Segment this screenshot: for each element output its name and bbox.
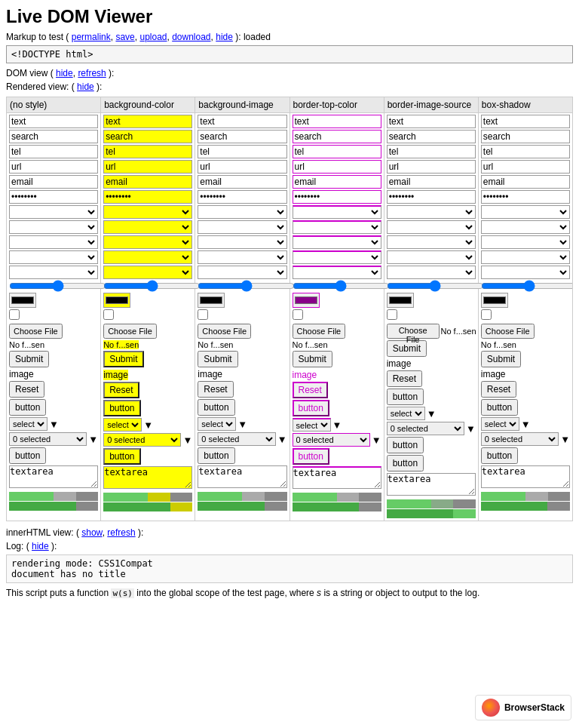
select4-col5[interactable]: [387, 250, 476, 264]
tel-input-col6[interactable]: [481, 145, 570, 158]
password-input-col2[interactable]: [103, 190, 192, 204]
textarea-col6[interactable]: textarea: [481, 465, 570, 488]
text-input-col6[interactable]: [481, 115, 570, 128]
range-input-col6[interactable]: [481, 281, 573, 291]
range-input-col5[interactable]: [387, 281, 484, 291]
textarea-col4[interactable]: textarea: [293, 466, 381, 489]
tel-input-col2[interactable]: [103, 145, 192, 158]
submit-col5[interactable]: Submit: [387, 340, 427, 357]
button-col6[interactable]: button: [481, 399, 518, 416]
choose-file-col4[interactable]: Choose File: [293, 324, 346, 339]
password-input-col6[interactable]: [481, 190, 570, 204]
select1-col4[interactable]: [293, 205, 381, 219]
checkbox-col6[interactable]: [481, 309, 492, 320]
search-input-col5[interactable]: [387, 130, 476, 143]
choose-file-col6[interactable]: Choose File: [481, 324, 535, 339]
multi-sel-col5[interactable]: 0 selected: [387, 422, 464, 435]
url-input-col1[interactable]: [9, 160, 98, 174]
textarea-col2[interactable]: textarea: [103, 466, 192, 489]
innerhtml-refresh-link[interactable]: refresh: [107, 527, 135, 538]
url-input-col5[interactable]: [387, 160, 476, 174]
tel-input-col4[interactable]: [293, 145, 381, 158]
button2-col5[interactable]: button: [387, 437, 424, 453]
select1-col6[interactable]: [481, 205, 570, 219]
select3-col2[interactable]: [103, 235, 192, 249]
button-col2[interactable]: button: [103, 400, 140, 416]
checkbox-col4[interactable]: [293, 309, 303, 320]
reset-col4[interactable]: Reset: [293, 382, 328, 398]
text-input-col4[interactable]: [293, 115, 381, 128]
button3-col5[interactable]: button: [387, 455, 424, 472]
button-col4[interactable]: button: [293, 400, 329, 416]
submit-col2[interactable]: Submit: [103, 351, 143, 367]
multi-sel-col4[interactable]: 0 selected: [293, 433, 370, 447]
upload-link[interactable]: upload: [139, 32, 167, 42]
select2-col3[interactable]: [198, 220, 286, 234]
color-input-col1[interactable]: [9, 293, 36, 308]
url-input-col3[interactable]: [198, 160, 286, 174]
select3-col4[interactable]: [293, 235, 381, 249]
innerhtml-show-link[interactable]: show: [81, 527, 102, 538]
url-input-col2[interactable]: [103, 160, 192, 174]
email-input-col6[interactable]: [481, 175, 570, 189]
select5-col5[interactable]: [387, 266, 476, 279]
button-col1[interactable]: button: [9, 399, 46, 416]
submit-col3[interactable]: Submit: [198, 351, 237, 367]
range-input-col1[interactable]: [9, 281, 106, 291]
email-input-col2[interactable]: [103, 175, 192, 189]
log-hide-link[interactable]: hide: [32, 541, 49, 551]
select5-col2[interactable]: [103, 266, 192, 279]
sel-small-col2[interactable]: select: [103, 418, 142, 432]
multi-sel-col2[interactable]: 0 selected: [103, 433, 181, 447]
search-input-col6[interactable]: [481, 130, 570, 143]
textarea-col3[interactable]: textarea: [198, 465, 286, 488]
range-input-col2[interactable]: [103, 281, 201, 291]
password-input-col4[interactable]: [293, 190, 381, 204]
password-input-col5[interactable]: [387, 190, 476, 204]
submit-col6[interactable]: Submit: [481, 351, 521, 367]
sel-small-col5[interactable]: select: [387, 407, 425, 420]
text-input-col3[interactable]: [198, 115, 286, 128]
url-input-col6[interactable]: [481, 160, 570, 174]
choose-file-col2[interactable]: Choose File: [103, 324, 157, 339]
checkbox-col5[interactable]: [387, 309, 397, 320]
hide-link[interactable]: hide: [216, 32, 233, 42]
search-input-col1[interactable]: [9, 130, 98, 143]
sel-small-col1[interactable]: select: [9, 417, 47, 431]
sel-small-col3[interactable]: select: [198, 417, 236, 431]
button-col3[interactable]: button: [198, 399, 234, 416]
select4-col2[interactable]: [103, 250, 192, 264]
select2-col6[interactable]: [481, 220, 570, 234]
multi-sel-col6[interactable]: 0 selected: [481, 432, 559, 446]
select2-col1[interactable]: [9, 220, 98, 234]
select4-col1[interactable]: [9, 250, 98, 264]
reset-col6[interactable]: Reset: [481, 381, 516, 398]
select4-col4[interactable]: [293, 250, 381, 264]
checkbox-col2[interactable]: [103, 309, 114, 320]
choose-file-col3[interactable]: Choose File: [198, 324, 251, 339]
text-input-col5[interactable]: [387, 115, 476, 128]
select5-col3[interactable]: [198, 266, 286, 279]
select3-col6[interactable]: [481, 235, 570, 249]
textarea-col5[interactable]: textarea: [387, 473, 476, 496]
reset-col3[interactable]: Reset: [198, 381, 233, 398]
choose-file-col5[interactable]: Choose File: [387, 324, 440, 339]
reset-col1[interactable]: Reset: [9, 381, 44, 398]
password-input-col3[interactable]: [198, 190, 286, 204]
search-input-col4[interactable]: [293, 130, 381, 143]
reset-col5[interactable]: Reset: [387, 370, 422, 387]
text-input-col2[interactable]: [103, 115, 192, 128]
color-input-col3[interactable]: [198, 293, 225, 308]
select1-col1[interactable]: [9, 205, 98, 219]
search-input-col3[interactable]: [198, 130, 286, 143]
select4-col6[interactable]: [481, 250, 570, 264]
button2-col2[interactable]: button: [103, 448, 140, 465]
save-link[interactable]: save: [115, 32, 134, 42]
submit-col4[interactable]: Submit: [293, 351, 332, 367]
download-link[interactable]: download: [172, 32, 210, 42]
rendered-hide-link[interactable]: hide: [77, 81, 94, 92]
color-input-col6[interactable]: [481, 293, 508, 308]
tel-input-col5[interactable]: [387, 145, 476, 158]
checkbox-col3[interactable]: [198, 309, 208, 320]
range-input-col3[interactable]: [198, 281, 295, 291]
